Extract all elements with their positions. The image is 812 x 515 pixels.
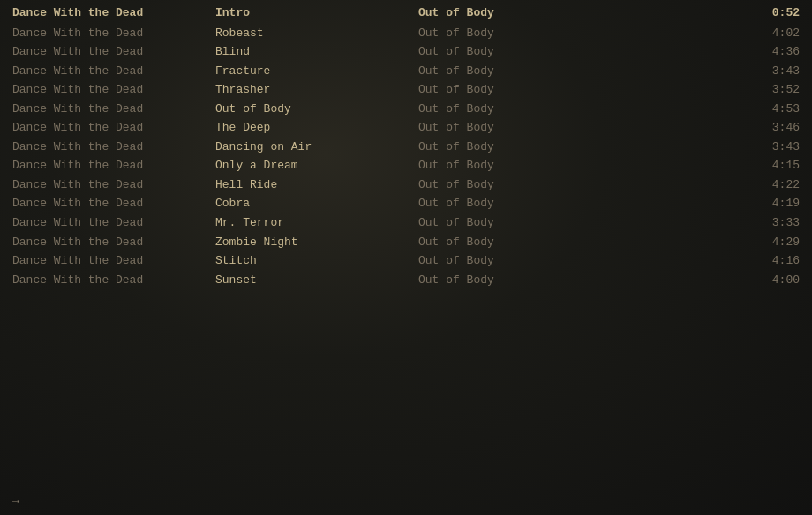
- header-title: Intro: [215, 5, 418, 21]
- track-list-header: Dance With the Dead Intro Out of Body 0:…: [0, 4, 812, 24]
- track-duration: 3:43: [738, 63, 800, 79]
- header-album: Out of Body: [418, 5, 613, 21]
- track-duration: 4:29: [738, 235, 800, 250]
- track-title: Blind: [215, 44, 418, 60]
- track-artist: Dance With the Dead: [12, 177, 215, 193]
- track-artist: Dance With the Dead: [12, 215, 215, 231]
- track-duration: 4:15: [738, 158, 800, 174]
- track-row[interactable]: Dance With the DeadZombie NightOut of Bo…: [0, 233, 812, 252]
- track-duration: 4:19: [738, 196, 800, 212]
- track-title: Mr. Terror: [215, 215, 418, 231]
- track-duration: 3:33: [738, 215, 800, 231]
- header-duration: 0:52: [738, 5, 800, 21]
- track-album: Out of Body: [418, 139, 613, 155]
- track-duration: 3:43: [738, 139, 800, 155]
- track-artist: Dance With the Dead: [12, 139, 215, 155]
- track-title: Hell Ride: [215, 177, 418, 193]
- track-row[interactable]: Dance With the DeadMr. TerrorOut of Body…: [0, 213, 812, 233]
- track-album: Out of Body: [418, 120, 613, 136]
- track-row[interactable]: Dance With the DeadBlindOut of Body4:36: [0, 42, 812, 62]
- track-artist: Dance With the Dead: [12, 158, 215, 174]
- track-row[interactable]: Dance With the DeadStitchOut of Body4:16: [0, 251, 812, 271]
- track-album: Out of Body: [418, 63, 613, 79]
- track-artist: Dance With the Dead: [12, 235, 215, 250]
- track-artist: Dance With the Dead: [12, 101, 215, 117]
- track-album: Out of Body: [418, 158, 613, 174]
- track-album: Out of Body: [418, 177, 613, 193]
- track-artist: Dance With the Dead: [12, 272, 215, 288]
- track-album: Out of Body: [418, 215, 613, 231]
- track-duration: 3:46: [738, 120, 800, 136]
- track-row[interactable]: Dance With the DeadSunsetOut of Body4:00: [0, 271, 812, 290]
- track-artist: Dance With the Dead: [12, 44, 215, 60]
- track-album: Out of Body: [418, 253, 613, 269]
- track-row[interactable]: Dance With the DeadRobeastOut of Body4:0…: [0, 24, 812, 43]
- track-album: Out of Body: [418, 196, 613, 212]
- track-title: Out of Body: [215, 101, 418, 117]
- track-album: Out of Body: [418, 44, 613, 60]
- track-album: Out of Body: [418, 82, 613, 98]
- track-title: Stitch: [215, 253, 418, 269]
- track-artist: Dance With the Dead: [12, 63, 215, 79]
- track-title: Fracture: [215, 63, 418, 79]
- track-album: Out of Body: [418, 101, 613, 117]
- track-artist: Dance With the Dead: [12, 196, 215, 212]
- track-title: Dancing on Air: [215, 139, 418, 155]
- track-row[interactable]: Dance With the DeadThrasherOut of Body3:…: [0, 80, 812, 100]
- header-artist: Dance With the Dead: [12, 5, 215, 21]
- track-duration: 3:52: [738, 82, 800, 98]
- track-duration: 4:00: [738, 272, 800, 288]
- track-duration: 4:36: [738, 44, 800, 60]
- track-artist: Dance With the Dead: [12, 82, 215, 98]
- track-row[interactable]: Dance With the DeadDancing on AirOut of …: [0, 138, 812, 157]
- track-title: The Deep: [215, 120, 418, 136]
- track-title: Robeast: [215, 26, 418, 41]
- track-title: Cobra: [215, 196, 418, 212]
- track-duration: 4:22: [738, 177, 800, 193]
- track-title: Thrasher: [215, 82, 418, 98]
- track-artist: Dance With the Dead: [12, 253, 215, 269]
- track-row[interactable]: Dance With the DeadCobraOut of Body4:19: [0, 194, 812, 213]
- track-title: Only a Dream: [215, 158, 418, 174]
- track-list: Dance With the Dead Intro Out of Body 0:…: [0, 0, 812, 293]
- track-album: Out of Body: [418, 235, 613, 250]
- track-artist: Dance With the Dead: [12, 120, 215, 136]
- track-artist: Dance With the Dead: [12, 26, 215, 41]
- track-row[interactable]: Dance With the DeadOut of BodyOut of Bod…: [0, 100, 812, 119]
- track-album: Out of Body: [418, 26, 613, 41]
- track-title: Zombie Night: [215, 235, 418, 250]
- track-title: Sunset: [215, 272, 418, 288]
- track-row[interactable]: Dance With the DeadThe DeepOut of Body3:…: [0, 118, 812, 138]
- track-row[interactable]: Dance With the DeadFractureOut of Body3:…: [0, 62, 812, 81]
- track-duration: 4:16: [738, 253, 800, 269]
- track-row[interactable]: Dance With the DeadOnly a DreamOut of Bo…: [0, 156, 812, 175]
- track-album: Out of Body: [418, 272, 613, 288]
- arrow-indicator: →: [12, 495, 19, 508]
- track-duration: 4:02: [738, 26, 800, 41]
- track-duration: 4:53: [738, 101, 800, 117]
- track-row[interactable]: Dance With the DeadHell RideOut of Body4…: [0, 175, 812, 195]
